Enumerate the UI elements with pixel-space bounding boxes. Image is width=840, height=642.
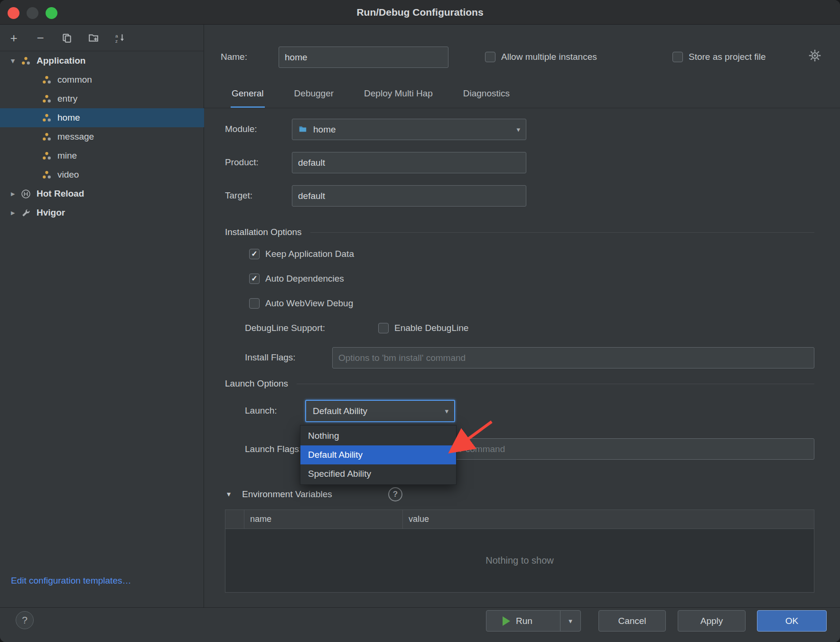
question-glyph: ?	[22, 614, 28, 626]
tree-item-label: Application	[37, 56, 85, 66]
run-button[interactable]: Run ▾	[486, 610, 581, 632]
environment-variables-table-header: name value	[225, 510, 814, 529]
module-folder-icon	[298, 125, 308, 134]
copy-configuration-icon[interactable]	[61, 32, 73, 44]
ok-button[interactable]: OK	[757, 610, 827, 632]
run-play-icon	[503, 616, 510, 626]
ability-config-icon	[42, 170, 53, 180]
auto-dependencies-label: Auto Dependencies	[265, 272, 344, 285]
run-debug-configurations-dialog: Run/Debug Configurations + − az ▾ Applic…	[0, 0, 840, 642]
application-icon	[21, 56, 32, 66]
ability-config-icon	[42, 75, 53, 85]
environment-variables-help-icon[interactable]: ?	[388, 487, 402, 501]
store-as-project-file-label: Store as project file	[689, 50, 766, 64]
section-divider	[310, 232, 814, 233]
tree-item-label: message	[57, 132, 94, 142]
svg-text:a: a	[115, 33, 118, 38]
chevron-right-icon[interactable]: ▸	[7, 189, 19, 198]
module-select[interactable]: home ▾	[292, 119, 526, 140]
tabs-divider	[204, 108, 840, 108]
module-select-value: home	[313, 124, 516, 135]
env-column-row-selector	[225, 510, 244, 529]
store-as-project-file-checkbox[interactable]: ✓	[672, 52, 683, 62]
tree-item-message[interactable]: message	[0, 127, 204, 146]
installation-options-title: Installation Options	[225, 227, 302, 237]
hot-reload-icon	[21, 189, 32, 199]
environment-variables-title[interactable]: Environment Variables	[242, 488, 332, 501]
tree-item-label: common	[57, 75, 92, 85]
auto-webview-debug-checkbox[interactable]: ✓	[249, 298, 260, 309]
target-input[interactable]	[292, 185, 526, 207]
sort-configurations-icon[interactable]: az	[114, 32, 126, 44]
enable-debugline-checkbox[interactable]: ✓	[378, 323, 389, 333]
tree-item-label: video	[57, 170, 79, 180]
run-button-label: Run	[516, 616, 532, 626]
target-label: Target:	[225, 189, 252, 202]
gear-icon[interactable]	[808, 49, 821, 62]
product-label: Product:	[225, 156, 259, 169]
install-flags-input[interactable]	[332, 347, 814, 368]
install-flags-label: Install Flags:	[245, 351, 296, 364]
tree-item-home[interactable]: home	[0, 108, 204, 127]
env-column-value: value	[403, 510, 814, 529]
tree-item-video[interactable]: video	[0, 165, 204, 184]
window-title: Run/Debug Configurations	[0, 0, 840, 25]
tab-diagnostics[interactable]: Diagnostics	[462, 88, 511, 108]
tree-item-label: entry	[57, 94, 77, 104]
menu-item-specified-ability[interactable]: Specified Ability	[300, 464, 456, 483]
help-button[interactable]: ?	[16, 611, 34, 629]
enable-debugline-label: Enable DebugLine	[394, 321, 468, 335]
tree-item-mine[interactable]: mine	[0, 146, 204, 165]
launch-options-section: Launch Options	[225, 377, 814, 390]
installation-options-section: Installation Options	[225, 226, 814, 239]
tree-item-label: home	[57, 113, 80, 123]
edit-configuration-templates-link[interactable]: Edit configuration templates…	[11, 574, 131, 587]
tree-item-label: Hvigor	[37, 208, 65, 218]
name-input[interactable]	[279, 47, 448, 68]
environment-variables-table: name value Nothing to show	[225, 510, 814, 593]
launch-label: Launch:	[245, 404, 277, 417]
red-arrow-annotation	[427, 403, 522, 464]
launch-options-title: Launch Options	[225, 378, 288, 389]
tab-debugger[interactable]: Debugger	[293, 88, 335, 108]
module-label: Module:	[225, 123, 257, 136]
product-input[interactable]	[292, 152, 526, 173]
allow-multiple-instances-checkbox[interactable]: ✓	[485, 52, 495, 62]
ability-config-icon	[42, 151, 53, 161]
config-tabs: General Debugger Deploy Multi Hap Diagno…	[231, 88, 511, 108]
auto-dependencies-checkbox[interactable]: ✓	[249, 274, 260, 284]
auto-webview-debug-label: Auto WebView Debug	[265, 297, 353, 310]
hvigor-icon	[21, 208, 32, 218]
environment-variables-empty-state: Nothing to show	[225, 529, 814, 592]
tree-item-hvigor[interactable]: ▸ Hvigor	[0, 203, 204, 222]
sidebar-toolbar: + − az	[0, 25, 204, 51]
new-folder-icon[interactable]	[87, 32, 100, 44]
tree-item-entry[interactable]: entry	[0, 89, 204, 108]
run-dropdown-arrow-icon[interactable]: ▾	[560, 611, 580, 631]
tab-general[interactable]: General	[231, 88, 265, 108]
ability-config-icon	[42, 113, 53, 123]
tree-item-label: Hot Reload	[37, 189, 84, 199]
chevron-down-icon[interactable]: ▾	[7, 57, 19, 65]
tree-item-common[interactable]: common	[0, 70, 204, 89]
section-divider	[297, 384, 814, 384]
remove-configuration-icon[interactable]: −	[34, 32, 47, 44]
tree-item-application[interactable]: ▾ Application	[0, 51, 204, 70]
titlebar: Run/Debug Configurations	[0, 0, 840, 25]
chevron-down-icon[interactable]: ▾	[227, 488, 231, 501]
launch-select-value: Default Ability	[313, 406, 445, 416]
keep-application-data-checkbox[interactable]: ✓	[249, 249, 260, 259]
check-icon: ✓	[251, 275, 257, 283]
add-configuration-icon[interactable]: +	[8, 32, 20, 44]
name-label: Name:	[221, 50, 247, 64]
tree-item-label: mine	[57, 151, 77, 161]
chevron-right-icon[interactable]: ▸	[7, 208, 19, 217]
tab-deploy-multi-hap[interactable]: Deploy Multi Hap	[363, 88, 434, 108]
question-glyph: ?	[393, 490, 398, 499]
chevron-down-icon: ▾	[516, 125, 520, 134]
tree-item-hot-reload[interactable]: ▸ Hot Reload	[0, 184, 204, 203]
apply-button[interactable]: Apply	[678, 610, 746, 632]
allow-multiple-instances-label: Allow multiple instances	[501, 50, 597, 64]
svg-text:z: z	[115, 38, 118, 43]
cancel-button[interactable]: Cancel	[598, 610, 666, 632]
